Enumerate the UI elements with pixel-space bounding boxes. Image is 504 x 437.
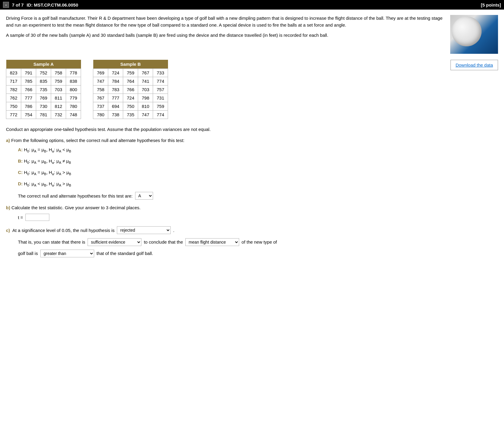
conclude-line: That is, you can state that there is suf… <box>18 238 498 247</box>
question-a-main-text: From the following options, select the c… <box>11 138 184 143</box>
table-cell: 778 <box>66 69 81 77</box>
option-a-block: A: H0: μA = μB, Ha: μA < μB <box>18 146 498 154</box>
table-cell: 772 <box>6 111 21 119</box>
option-b-text: H0: μA = μB, Ha: μA ≠ μB <box>24 158 71 164</box>
intro-text: Driving Force is a golf ball manufacture… <box>6 15 444 54</box>
question-c-text-suffix: . <box>173 228 174 233</box>
question-a-label: a) <box>6 138 10 143</box>
collapse-button[interactable]: - <box>3 2 9 8</box>
table-cell: 732 <box>51 111 66 119</box>
table-cell: 694 <box>108 102 123 111</box>
conclude-measure-select[interactable]: mean flight distance median flight dista… <box>185 238 239 246</box>
option-d-label: D: <box>18 181 23 186</box>
table-cell: 735 <box>123 111 138 119</box>
last-prefix: golf ball is <box>18 249 38 258</box>
option-a-label: A: <box>18 147 23 152</box>
table-cell: 757 <box>153 85 168 94</box>
question-a-answer-line: The correct null and alternate hypothese… <box>18 192 498 200</box>
table-cell: 780 <box>66 102 81 111</box>
question-b-text: Calculate the test statistic. Give your … <box>11 205 140 210</box>
table-cell: 754 <box>21 111 36 119</box>
table-cell: 769 <box>93 69 108 77</box>
table-cell: 769 <box>36 94 51 102</box>
last-line: golf ball is greater than less than equa… <box>18 249 498 258</box>
intro-paragraph2: A sample of 30 of the new balls (sample … <box>6 32 444 39</box>
table-cell: 823 <box>6 69 21 77</box>
table-cell: 774 <box>153 77 168 85</box>
table-cell: 784 <box>108 77 123 85</box>
table-cell: 783 <box>108 85 123 94</box>
table-cell: 759 <box>123 69 138 77</box>
table-cell: 747 <box>93 77 108 85</box>
table-cell: 750 <box>123 102 138 111</box>
comparison-select[interactable]: greater than less than equal to <box>40 250 94 257</box>
sample-b-header: Sample B <box>93 60 168 69</box>
table-cell: 735 <box>36 85 51 94</box>
question-a-section: a) From the following options, select th… <box>6 138 498 200</box>
download-container: Download the data <box>450 60 498 70</box>
question-header: - 7 of 7 ID: MST.CP.CTM.06.0050 [5 point… <box>0 0 504 10</box>
option-b-label: B: <box>18 158 23 164</box>
table-cell: 811 <box>51 94 66 102</box>
intro-section: Driving Force is a golf ball manufacture… <box>6 15 498 54</box>
question-b-label-text: b) Calculate the test statistic. Give yo… <box>6 205 498 210</box>
question-b-label: b) <box>6 205 10 210</box>
option-a-text: H0: μA = μB, Ha: μA < μB <box>24 147 71 152</box>
sample-b-table: Sample B 7697247597677337477847647417747… <box>93 60 168 119</box>
hypothesis-select[interactable]: A B C D <box>135 192 153 200</box>
option-b-block: B: H0: μA = μB, Ha: μA ≠ μB <box>18 157 498 166</box>
table-cell: 762 <box>6 94 21 102</box>
conclude-mid: to conclude that the <box>144 238 183 247</box>
table-cell: 703 <box>51 85 66 94</box>
question-position: 7 of 7 <box>12 2 24 7</box>
table-cell: 767 <box>93 94 108 102</box>
last-suffix: that of the standard golf ball. <box>97 249 153 258</box>
table-cell: 810 <box>138 102 153 111</box>
option-c-label: C: <box>18 170 23 175</box>
t-prefix: t = <box>18 215 23 220</box>
table-cell: 798 <box>138 94 153 102</box>
option-d-text: H0: μA < μB, Ha: μA > μB <box>24 181 71 186</box>
table-cell: 764 <box>123 77 138 85</box>
table-cell: 812 <box>51 102 66 111</box>
table-cell: 750 <box>6 102 21 111</box>
golf-ball-image <box>450 15 498 54</box>
table-cell: 785 <box>21 77 36 85</box>
table-cell: 786 <box>21 102 36 111</box>
question-b-section: b) Calculate the test statistic. Give yo… <box>6 205 498 221</box>
t-answer-line: t = <box>18 214 498 221</box>
table-cell: 800 <box>66 85 81 94</box>
table-cell: 748 <box>66 111 81 119</box>
question-a-label-text: a) From the following options, select th… <box>6 138 498 143</box>
table-cell: 780 <box>93 111 108 119</box>
table-cell: 782 <box>6 85 21 94</box>
question-c-label: c) <box>6 228 10 233</box>
table-cell: 781 <box>36 111 51 119</box>
table-cell: 767 <box>138 69 153 77</box>
t-input[interactable] <box>25 214 49 221</box>
conclude-evidence-select[interactable]: sufficient evidence insufficient evidenc… <box>88 238 141 246</box>
table-cell: 766 <box>21 85 36 94</box>
table-cell: 779 <box>66 94 81 102</box>
sample-a-table: Sample A 8237917527587787177858357598387… <box>6 60 81 119</box>
tables-and-download: Sample A 8237917527587787177858357598387… <box>6 60 498 119</box>
table-cell: 835 <box>36 77 51 85</box>
question-c-section: c) At a significance level of 0.05, the … <box>6 226 498 258</box>
tables-container: Sample A 8237917527587787177858357598387… <box>6 60 168 119</box>
download-button[interactable]: Download the data <box>450 60 498 70</box>
table-cell: 731 <box>153 94 168 102</box>
table-cell: 724 <box>123 94 138 102</box>
sample-b-table-container: Sample B 7697247597677337477847647417747… <box>93 60 168 119</box>
option-c-text: H0: μA = μB, Ha: μA > μB <box>24 170 71 175</box>
option-c-block: C: H0: μA = μB, Ha: μA > μB <box>18 169 498 177</box>
table-cell: 838 <box>66 77 81 85</box>
table-cell: 737 <box>93 102 108 111</box>
table-cell: 703 <box>138 85 153 94</box>
question-id: ID: MST.CP.CTM.06.0050 <box>27 2 78 7</box>
conclude-prefix: That is, you can state that there is <box>18 238 85 247</box>
option-d-block: D: H0: μA < μB, Ha: μA > μB <box>18 180 498 188</box>
table-cell: 774 <box>153 111 168 119</box>
table-cell: 741 <box>138 77 153 85</box>
table-cell: 759 <box>153 102 168 111</box>
null-hypothesis-select[interactable]: rejected not rejected <box>117 226 171 234</box>
